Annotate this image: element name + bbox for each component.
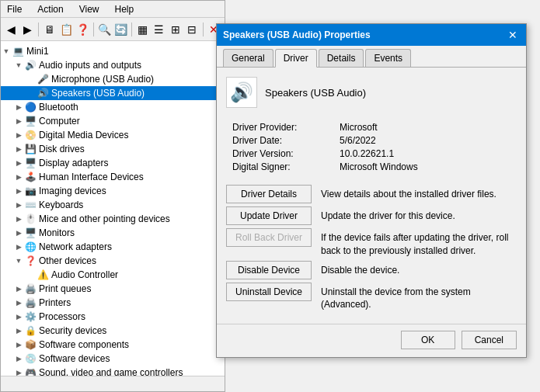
tree-item-hid[interactable]: ▶ 🕹️ Human Interface Devices [1,170,225,184]
tree-item-bluetooth[interactable]: ▶ 🔵 Bluetooth [1,100,225,114]
tree-item-digitalmedia[interactable]: ▶ 📀 Digital Media Devices [1,128,225,142]
tree-item-security[interactable]: ▶ 🔒 Security devices [1,324,225,338]
dialog-titlebar: Speakers (USB Audio) Properties ✕ [217,24,526,46]
tree-label-digitalmedia: Digital Media Devices [39,130,128,140]
tree-toggle-audio[interactable]: ▼ [13,60,24,71]
tree-item-softwaredevices[interactable]: ▶ 💿 Software devices [1,352,225,366]
tree-icon-network: 🌐 [24,241,37,253]
tree-toggle-hid[interactable]: ▶ [13,172,24,182]
tree-toggle-audiocontroller[interactable] [26,269,37,280]
tab-driver[interactable]: Driver [275,49,317,68]
tree-icon-security: 🔒 [24,324,37,337]
tree-toggle-monitors[interactable]: ▶ [13,227,24,238]
driverDetails-description: View details about the installed driver … [312,185,517,201]
tree-toggle-imaging[interactable]: ▶ [13,186,24,196]
tree-icon-speakers: 🔊 [37,87,49,99]
tree-toggle-sound[interactable]: ▶ [13,367,24,376]
tree-label-displayadapters: Display adapters [39,158,108,168]
tree-toggle-softwaredevices[interactable]: ▶ [13,353,24,364]
driver-buttons-area: Driver DetailsView details about the ins… [226,182,517,314]
toolbar-computer[interactable]: 🖥 [42,21,57,38]
tree-toggle-diskdrives[interactable]: ▶ [13,144,24,154]
tab-general[interactable]: General [223,49,273,67]
tree-toggle-bluetooth[interactable]: ▶ [13,102,24,113]
tree-item-softwarecomponents[interactable]: ▶ 📦 Software components [1,338,225,352]
uninstallDevice-button[interactable]: Uninstall Device [226,283,312,301]
tree-toggle-network[interactable]: ▶ [13,241,24,252]
cancel-button[interactable]: Cancel [462,331,517,349]
tree-label-audiocontroller: Audio Controller [51,269,118,280]
tree-toggle-printers[interactable]: ▶ [13,297,24,308]
toolbar-view2[interactable]: ☰ [152,21,166,38]
tree-toggle-digitalmedia[interactable]: ▶ [13,130,24,140]
ok-button[interactable]: OK [401,331,455,349]
toolbar-view4[interactable]: ⊟ [185,21,200,38]
tree-toggle-softwarecomponents[interactable]: ▶ [13,339,24,350]
tree-item-other[interactable]: ▼ ❓ Other devices [1,254,225,268]
tree-item-mice[interactable]: ▶ 🖱️ Mice and other pointing devices [1,212,225,226]
tree-item-monitors[interactable]: ▶ 🖥️ Monitors [1,226,225,240]
dialog-tabs: GeneralDriverDetailsEvents [217,46,526,68]
toolbar-properties[interactable]: 📋 [59,21,74,38]
provider-value: Microsoft [340,122,517,133]
tree-toggle-printqueues[interactable]: ▶ [13,283,24,294]
toolbar-refresh[interactable]: 🔄 [113,21,128,38]
device-header: 🔊 Speakers (USB Audio) [226,77,517,108]
tree-item-diskdrives[interactable]: ▶ 💾 Disk drives [1,142,225,156]
tree-toggle-computer[interactable]: ▶ [13,116,24,127]
tree-item-computer[interactable]: ▶ 🖥️ Computer [1,114,225,128]
toolbar-help[interactable]: ❓ [75,21,90,38]
updateDriver-description: Update the driver for this device. [312,206,517,223]
tree-toggle-processors[interactable]: ▶ [13,311,24,322]
dialog-content: 🔊 Speakers (USB Audio) Driver Provider: … [217,68,526,324]
toolbar-scan[interactable]: 🔍 [97,21,112,38]
toolbar-back[interactable]: ◀ [4,21,19,38]
tab-details[interactable]: Details [319,49,364,67]
tree-label-softwarecomponents: Software components [39,339,129,350]
tree-toggle-microphone[interactable] [26,74,37,85]
tree-label-hid: Human Interface Devices [39,172,144,182]
tree-label-security: Security devices [39,325,106,336]
menu-help[interactable]: Help [112,3,138,16]
tree-item-root[interactable]: ▼ 💻 Mini1 [1,44,225,58]
tree-item-imaging[interactable]: ▶ 📷 Imaging devices [1,184,225,198]
device-tree[interactable]: ▼ 💻 Mini1 ▼ 🔊 Audio inputs and outputs 🎤… [1,41,225,376]
tree-item-network[interactable]: ▶ 🌐 Network adapters [1,240,225,254]
tree-icon-softwarecomponents: 📦 [24,338,37,351]
tree-item-speakers[interactable]: 🔊 Speakers (USB Audio) [1,86,225,100]
tree-label-printqueues: Print queues [39,283,91,294]
tree-item-displayadapters[interactable]: ▶ 🖥️ Display adapters [1,156,225,170]
toolbar: ◀ ▶ 🖥 📋 ❓ 🔍 🔄 ▦ ☰ ⊞ ⊟ ✕ [1,18,225,41]
toolbar-forward[interactable]: ▶ [20,21,35,38]
menu-action[interactable]: Action [34,3,66,16]
tree-toggle-speakers[interactable] [26,88,37,99]
tree-item-sound[interactable]: ▶ 🎮 Sound, video and game controllers [1,366,225,376]
tree-toggle-displayadapters[interactable]: ▶ [13,158,24,168]
dialog-close-button[interactable]: ✕ [506,28,520,42]
tree-item-printers[interactable]: ▶ 🖨️ Printers [1,296,225,310]
toolbar-view1[interactable]: ▦ [135,21,150,38]
tab-events[interactable]: Events [365,49,411,67]
tree-label-speakers: Speakers (USB Audio) [51,88,145,99]
updateDriver-button[interactable]: Update Driver [226,206,312,225]
menu-view[interactable]: View [76,3,103,16]
tree-item-printqueues[interactable]: ▶ 🖨️ Print queues [1,282,225,296]
tree-item-audiocontroller[interactable]: ⚠️ Audio Controller [1,268,225,282]
disableDevice-button[interactable]: Disable Device [226,261,312,279]
tree-toggle-root[interactable]: ▼ [1,46,12,57]
tree-item-audio[interactable]: ▼ 🔊 Audio inputs and outputs [1,58,225,72]
tree-label-softwaredevices: Software devices [39,353,110,364]
menu-file[interactable]: File [4,3,25,16]
tree-item-keyboards[interactable]: ▶ ⌨️ Keyboards [1,198,225,212]
tree-item-microphone[interactable]: 🎤 Microphone (USB Audio) [1,72,225,86]
tree-item-processors[interactable]: ▶ ⚙️ Processors [1,310,225,324]
tree-toggle-keyboards[interactable]: ▶ [13,199,24,210]
tree-toggle-mice[interactable]: ▶ [13,213,24,224]
tree-toggle-security[interactable]: ▶ [13,325,24,336]
tree-icon-microphone: 🎤 [37,73,49,85]
driverDetails-button[interactable]: Driver Details [226,185,312,203]
tree-toggle-other[interactable]: ▼ [13,255,24,266]
toolbar-view3[interactable]: ⊞ [169,21,183,38]
tree-icon-mice: 🖱️ [24,213,37,225]
dialog-footer: OK Cancel [217,324,526,357]
